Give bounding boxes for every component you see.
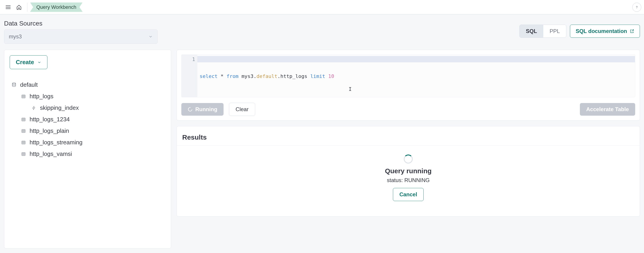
accelerate-button-label: Accelerate Table [586, 106, 629, 112]
tree-table[interactable]: http_logs_plain [10, 125, 166, 137]
body: Create default http_logs [4, 50, 640, 248]
topbar: Query Workbench ? [0, 0, 644, 14]
database-icon [11, 82, 17, 88]
tree-table-label: http_logs_streaming [30, 139, 82, 146]
tree-database-label: default [20, 81, 38, 88]
sql-documentation-link[interactable]: SQL documentation [570, 24, 640, 38]
tok-path2: .http_logs [277, 74, 307, 79]
run-button[interactable]: Running [181, 103, 224, 116]
lang-ppl-button[interactable]: PPL [543, 25, 566, 38]
tree-table-label: http_logs_vamsi [30, 150, 72, 158]
lang-toggle: SQL PPL [519, 24, 566, 38]
tree-database[interactable]: default [10, 79, 166, 90]
tree-index-label: skipping_index [40, 104, 79, 111]
clear-button-label: Clear [236, 106, 248, 112]
tree-index[interactable]: skipping_index [10, 102, 166, 114]
hamburger-icon[interactable] [3, 2, 14, 13]
results-card: Results Query running status: RUNNING Ca… [176, 126, 640, 217]
breadcrumb[interactable]: Query Workbench [30, 2, 83, 12]
query-running-status: status: RUNNING [387, 177, 430, 184]
run-button-label: Running [195, 106, 217, 112]
editor-gutter: 1 [182, 55, 197, 97]
accelerate-table-button[interactable]: Accelerate Table [580, 103, 635, 116]
tree-table[interactable]: http_logs [10, 90, 166, 102]
create-button-label: Create [16, 59, 34, 66]
data-sources-block: Data Sources mys3 [4, 18, 158, 44]
table-icon [20, 152, 26, 156]
clear-button[interactable]: Clear [229, 103, 255, 116]
tree-table[interactable]: http_logs_streaming [10, 137, 166, 148]
bolt-icon [31, 106, 37, 110]
tok-ns: default [256, 74, 278, 79]
tok-limit: limit [310, 74, 325, 79]
sql-documentation-label: SQL documentation [576, 28, 627, 34]
editor-active-line [197, 56, 635, 62]
lang-sql-button[interactable]: SQL [520, 25, 543, 38]
tree-table[interactable]: http_logs_1234 [10, 114, 166, 125]
header-row: Data Sources mys3 SQL PPL SQL documentat… [4, 18, 640, 44]
text-cursor-icon: I [349, 86, 352, 92]
tok-path1: mys3. [242, 74, 256, 79]
results-heading: Results [181, 131, 635, 145]
tok-num: 10 [328, 74, 334, 79]
chevron-down-icon [37, 60, 41, 64]
data-source-selected: mys3 [9, 34, 22, 40]
table-icon [20, 140, 26, 145]
loading-spinner-icon [404, 154, 413, 164]
editor-code: select * from mys3.default.http_logs lim… [200, 74, 633, 79]
svg-rect-1 [22, 95, 25, 98]
topbar-divider [27, 3, 27, 12]
cancel-button[interactable]: Cancel [393, 188, 424, 201]
data-source-select[interactable]: mys3 [4, 29, 158, 44]
chevron-down-icon [148, 34, 153, 39]
create-button[interactable]: Create [10, 55, 48, 69]
svg-rect-5 [22, 152, 25, 156]
editor-card: 1 select * from mys3.default.http_logs l… [176, 50, 640, 121]
svg-point-6 [188, 108, 192, 111]
editor-textarea[interactable]: select * from mys3.default.http_logs lim… [197, 55, 635, 97]
main: 1 select * from mys3.default.http_logs l… [176, 50, 640, 217]
tree-table[interactable]: http_logs_vamsi [10, 148, 166, 160]
svg-rect-2 [22, 118, 25, 121]
sidebar: Create default http_logs [4, 50, 171, 248]
svg-point-0 [12, 83, 16, 84]
header-right: SQL PPL SQL documentation [519, 24, 640, 38]
editor-actions: Running Clear Accelerate Table [181, 103, 635, 116]
tree-table-label: http_logs [30, 93, 54, 100]
data-sources-label: Data Sources [4, 18, 158, 29]
home-icon[interactable] [14, 2, 24, 13]
query-running-title: Query running [385, 167, 432, 175]
table-icon [20, 117, 26, 122]
cancel-button-label: Cancel [400, 191, 417, 198]
external-link-icon [630, 29, 634, 34]
tree-table-label: http_logs_1234 [30, 116, 70, 123]
svg-rect-3 [22, 130, 25, 132]
table-icon [20, 129, 26, 133]
svg-rect-4 [22, 141, 25, 144]
tok-select: select [200, 74, 218, 79]
tok-from: from [226, 74, 238, 79]
line-number: 1 [182, 56, 195, 62]
schema-tree: default http_logs skipping_index [10, 79, 166, 160]
query-editor[interactable]: 1 select * from mys3.default.http_logs l… [181, 54, 635, 97]
spinner-icon [188, 107, 192, 112]
results-body: Query running status: RUNNING Cancel [181, 146, 635, 212]
tree-table-label: http_logs_plain [30, 128, 69, 134]
help-icon[interactable]: ? [632, 3, 641, 12]
table-icon [20, 94, 26, 99]
tok-star: * [220, 74, 224, 79]
